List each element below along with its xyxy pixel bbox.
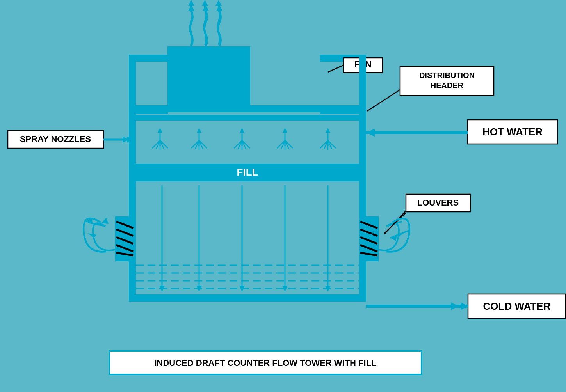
svg-rect-24 — [129, 115, 366, 121]
svg-rect-0 — [0, 0, 566, 392]
svg-rect-119 — [320, 108, 366, 114]
svg-rect-118 — [129, 108, 168, 114]
distribution-header-label-line2: HEADER — [431, 81, 464, 90]
svg-rect-65 — [129, 294, 366, 302]
svg-rect-116 — [129, 55, 136, 105]
hot-water-label: HOT WATER — [482, 126, 543, 138]
fill-label: FILL — [237, 166, 258, 178]
spray-nozzles-label: SPRAY NOZZLES — [20, 134, 91, 144]
diagram-container: FILL — [0, 0, 566, 392]
svg-rect-120 — [168, 47, 250, 109]
caption-label: INDUCED DRAFT COUNTER FLOW TOWER WITH FI… — [154, 358, 376, 368]
svg-rect-117 — [359, 55, 366, 105]
cold-water-label: COLD WATER — [483, 300, 551, 312]
distribution-header-label-line1: DISTRIBUTION — [419, 71, 475, 80]
louvers-label: LOUVERS — [417, 198, 459, 208]
